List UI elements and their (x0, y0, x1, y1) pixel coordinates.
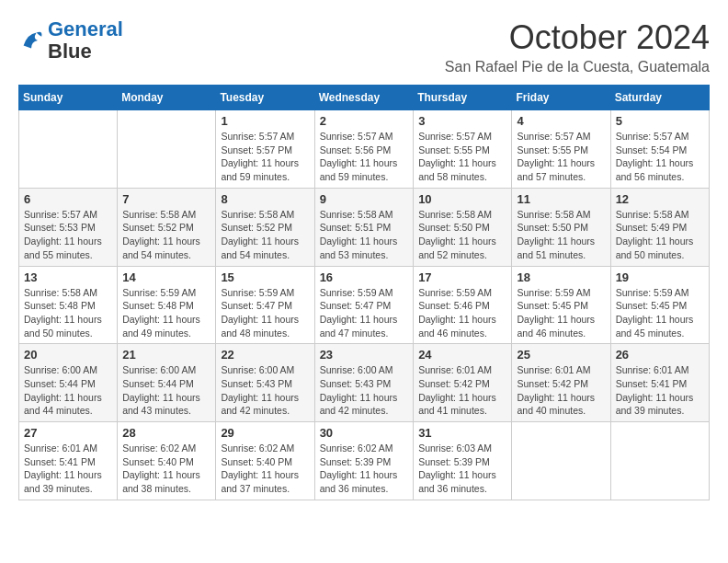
logo: GeneralBlue (18, 18, 123, 63)
day-info: Sunrise: 5:58 AMSunset: 5:49 PMDaylight:… (616, 208, 704, 262)
day-number: 27 (24, 426, 112, 440)
day-info: Sunrise: 5:59 AMSunset: 5:47 PMDaylight:… (320, 286, 409, 340)
day-number: 12 (616, 192, 704, 206)
calendar-cell: 12Sunrise: 5:58 AMSunset: 5:49 PMDayligh… (610, 188, 709, 266)
day-number: 2 (320, 114, 409, 128)
calendar-table: SundayMondayTuesdayWednesdayThursdayFrid… (18, 85, 710, 500)
calendar-cell: 6Sunrise: 5:57 AMSunset: 5:53 PMDaylight… (19, 188, 118, 266)
calendar-cell: 28Sunrise: 6:02 AMSunset: 5:40 PMDayligh… (118, 422, 216, 500)
day-number: 24 (418, 348, 506, 362)
day-info: Sunrise: 6:02 AMSunset: 5:40 PMDaylight:… (122, 442, 210, 496)
calendar-cell: 1Sunrise: 5:57 AMSunset: 5:57 PMDaylight… (216, 110, 314, 189)
location: San Rafael Pie de la Cuesta, Guatemala (445, 59, 710, 75)
day-number: 8 (221, 192, 309, 206)
day-number: 25 (517, 348, 605, 362)
logo-text: GeneralBlue (48, 18, 123, 63)
calendar-header-monday: Monday (118, 86, 216, 110)
day-number: 9 (320, 192, 409, 206)
day-number: 23 (320, 348, 409, 362)
calendar-week-row: 13Sunrise: 5:58 AMSunset: 5:48 PMDayligh… (19, 266, 710, 344)
day-info: Sunrise: 6:03 AMSunset: 5:39 PMDaylight:… (418, 442, 506, 496)
calendar-cell: 27Sunrise: 6:01 AMSunset: 5:41 PMDayligh… (19, 422, 118, 500)
page-header: GeneralBlue October 2024 San Rafael Pie … (18, 18, 710, 75)
day-number: 3 (418, 114, 506, 128)
day-info: Sunrise: 5:58 AMSunset: 5:50 PMDaylight:… (418, 208, 506, 262)
day-info: Sunrise: 6:01 AMSunset: 5:41 PMDaylight:… (24, 442, 112, 496)
day-number: 16 (320, 270, 409, 284)
day-info: Sunrise: 5:58 AMSunset: 5:50 PMDaylight:… (517, 208, 605, 262)
calendar-week-row: 27Sunrise: 6:01 AMSunset: 5:41 PMDayligh… (19, 422, 710, 500)
day-number: 28 (122, 426, 210, 440)
calendar-header-wednesday: Wednesday (314, 86, 414, 110)
logo-icon (18, 28, 44, 53)
calendar-cell: 20Sunrise: 6:00 AMSunset: 5:44 PMDayligh… (19, 344, 118, 422)
day-info: Sunrise: 6:01 AMSunset: 5:42 PMDaylight:… (517, 363, 605, 418)
day-info: Sunrise: 5:57 AMSunset: 5:55 PMDaylight:… (517, 130, 605, 184)
day-info: Sunrise: 5:59 AMSunset: 5:48 PMDaylight:… (122, 286, 210, 340)
calendar-cell: 16Sunrise: 5:59 AMSunset: 5:47 PMDayligh… (314, 266, 414, 344)
calendar-cell (610, 422, 709, 500)
calendar-cell: 19Sunrise: 5:59 AMSunset: 5:45 PMDayligh… (610, 266, 709, 344)
calendar-header-friday: Friday (512, 86, 610, 110)
day-info: Sunrise: 5:59 AMSunset: 5:46 PMDaylight:… (418, 286, 506, 340)
day-info: Sunrise: 5:59 AMSunset: 5:47 PMDaylight:… (221, 286, 309, 340)
calendar-cell: 18Sunrise: 5:59 AMSunset: 5:45 PMDayligh… (512, 266, 610, 344)
calendar-cell: 25Sunrise: 6:01 AMSunset: 5:42 PMDayligh… (512, 344, 610, 422)
day-info: Sunrise: 5:57 AMSunset: 5:53 PMDaylight:… (24, 208, 112, 262)
calendar-cell: 14Sunrise: 5:59 AMSunset: 5:48 PMDayligh… (118, 266, 216, 344)
day-number: 13 (24, 270, 112, 284)
calendar-cell: 9Sunrise: 5:58 AMSunset: 5:51 PMDaylight… (314, 188, 414, 266)
calendar-week-row: 1Sunrise: 5:57 AMSunset: 5:57 PMDaylight… (19, 110, 710, 189)
day-info: Sunrise: 5:57 AMSunset: 5:57 PMDaylight:… (221, 130, 309, 184)
calendar-cell: 15Sunrise: 5:59 AMSunset: 5:47 PMDayligh… (216, 266, 314, 344)
day-info: Sunrise: 5:57 AMSunset: 5:54 PMDaylight:… (616, 130, 704, 184)
calendar-week-row: 20Sunrise: 6:00 AMSunset: 5:44 PMDayligh… (19, 344, 710, 422)
calendar-cell: 8Sunrise: 5:58 AMSunset: 5:52 PMDaylight… (216, 188, 314, 266)
calendar-cell: 26Sunrise: 6:01 AMSunset: 5:41 PMDayligh… (610, 344, 709, 422)
day-info: Sunrise: 6:00 AMSunset: 5:44 PMDaylight:… (122, 363, 210, 418)
calendar-cell: 13Sunrise: 5:58 AMSunset: 5:48 PMDayligh… (19, 266, 118, 344)
title-block: October 2024 San Rafael Pie de la Cuesta… (445, 18, 710, 75)
day-info: Sunrise: 5:58 AMSunset: 5:48 PMDaylight:… (24, 286, 112, 340)
calendar-cell: 5Sunrise: 5:57 AMSunset: 5:54 PMDaylight… (610, 110, 709, 189)
day-info: Sunrise: 5:57 AMSunset: 5:55 PMDaylight:… (418, 130, 506, 184)
day-info: Sunrise: 5:59 AMSunset: 5:45 PMDaylight:… (517, 286, 605, 340)
calendar-cell (512, 422, 610, 500)
day-number: 11 (517, 192, 605, 206)
day-number: 4 (517, 114, 605, 128)
day-number: 26 (616, 348, 704, 362)
calendar-cell: 29Sunrise: 6:02 AMSunset: 5:40 PMDayligh… (216, 422, 314, 500)
calendar-header-thursday: Thursday (414, 86, 512, 110)
day-info: Sunrise: 5:59 AMSunset: 5:45 PMDaylight:… (616, 286, 704, 340)
day-info: Sunrise: 6:02 AMSunset: 5:39 PMDaylight:… (320, 442, 409, 496)
day-info: Sunrise: 5:58 AMSunset: 5:51 PMDaylight:… (320, 208, 409, 262)
day-info: Sunrise: 6:00 AMSunset: 5:43 PMDaylight:… (221, 363, 309, 418)
calendar-cell: 2Sunrise: 5:57 AMSunset: 5:56 PMDaylight… (314, 110, 414, 189)
calendar-cell: 31Sunrise: 6:03 AMSunset: 5:39 PMDayligh… (414, 422, 512, 500)
calendar-cell: 21Sunrise: 6:00 AMSunset: 5:44 PMDayligh… (118, 344, 216, 422)
day-number: 18 (517, 270, 605, 284)
calendar-cell: 4Sunrise: 5:57 AMSunset: 5:55 PMDaylight… (512, 110, 610, 189)
calendar-cell: 17Sunrise: 5:59 AMSunset: 5:46 PMDayligh… (414, 266, 512, 344)
calendar-cell: 10Sunrise: 5:58 AMSunset: 5:50 PMDayligh… (414, 188, 512, 266)
day-info: Sunrise: 5:58 AMSunset: 5:52 PMDaylight:… (221, 208, 309, 262)
calendar-cell: 7Sunrise: 5:58 AMSunset: 5:52 PMDaylight… (118, 188, 216, 266)
month-title: October 2024 (445, 18, 710, 57)
calendar-cell: 30Sunrise: 6:02 AMSunset: 5:39 PMDayligh… (314, 422, 414, 500)
day-number: 5 (616, 114, 704, 128)
day-info: Sunrise: 6:02 AMSunset: 5:40 PMDaylight:… (221, 442, 309, 496)
day-number: 21 (122, 348, 210, 362)
day-number: 30 (320, 426, 409, 440)
day-number: 1 (221, 114, 309, 128)
day-number: 20 (24, 348, 112, 362)
day-number: 31 (418, 426, 506, 440)
calendar-week-row: 6Sunrise: 5:57 AMSunset: 5:53 PMDaylight… (19, 188, 710, 266)
calendar-cell (118, 110, 216, 189)
day-info: Sunrise: 5:58 AMSunset: 5:52 PMDaylight:… (122, 208, 210, 262)
calendar-cell: 23Sunrise: 6:00 AMSunset: 5:43 PMDayligh… (314, 344, 414, 422)
day-number: 15 (221, 270, 309, 284)
day-number: 19 (616, 270, 704, 284)
calendar-cell (19, 110, 118, 189)
day-info: Sunrise: 6:01 AMSunset: 5:42 PMDaylight:… (418, 363, 506, 418)
day-number: 14 (122, 270, 210, 284)
